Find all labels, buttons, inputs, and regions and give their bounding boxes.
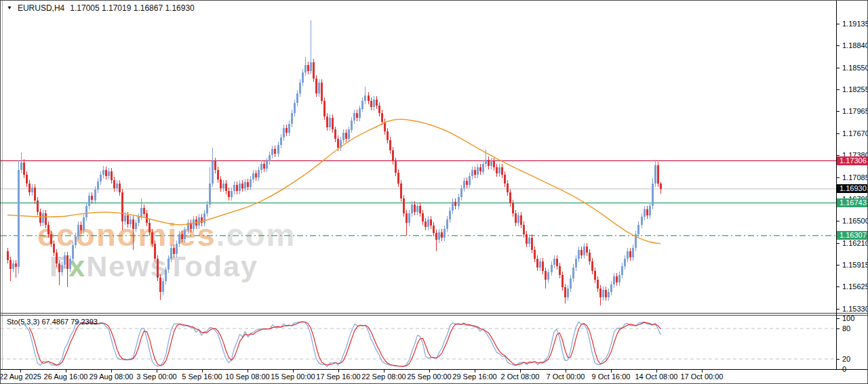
price-tick-label: 1.15330 — [842, 305, 868, 313]
stochastic-main-value: 67.4867 — [41, 318, 68, 326]
current-price-badge: 1.16930 — [837, 184, 868, 193]
stochastic-signal-value: 79.2393 — [71, 318, 98, 326]
time-axis-label: 25 Sep 00:00 — [407, 372, 451, 381]
stoch-scale-tick — [837, 359, 840, 360]
stochastic-level-lines — [1, 328, 836, 359]
time-axis-label: 26 Aug 16:00 — [44, 372, 88, 381]
price-tick-mark — [837, 155, 840, 156]
symbol-dropdown-icon[interactable]: ▼ — [7, 5, 12, 11]
price-tick-label: 1.17965 — [842, 107, 868, 115]
price-tick-mark — [837, 286, 840, 287]
price-tick-label: 1.18840 — [842, 41, 868, 49]
price-tick-label: 1.19135 — [842, 20, 868, 28]
time-axis-label: 14 Oct 08:00 — [635, 372, 678, 381]
stochastic-pane[interactable] — [1, 316, 836, 369]
stoch-scale-label: 100 — [842, 314, 854, 322]
pane-separator[interactable] — [1, 313, 868, 314]
stoch-scale-tick — [837, 318, 840, 319]
price-tick-mark — [837, 111, 840, 112]
price-tick-mark — [837, 68, 840, 68]
time-axis-label: 2 Oct 08:00 — [501, 372, 540, 381]
time-axis-label: 17 Oct 00:00 — [681, 372, 724, 381]
time-axis-label: 7 Oct 00:00 — [547, 372, 585, 381]
main-price-pane[interactable] — [1, 1, 836, 313]
stoch-scale-label: 20 — [842, 355, 850, 363]
level-price-badge: 1.16307 — [837, 231, 868, 240]
price-tick-label: 1.18255 — [842, 85, 868, 93]
pane-separator-inner[interactable] — [1, 315, 868, 316]
time-axis-label: 9 Oct 16:00 — [592, 372, 631, 381]
candles-group — [7, 20, 662, 305]
price-tick-label: 1.17670 — [842, 129, 868, 137]
price-tick-mark — [837, 177, 840, 178]
stoch-scale-label: 80 — [842, 324, 850, 333]
stochastic-label: Sto(5,3,3) 67.4867 79.2393 — [7, 318, 98, 326]
price-tick-mark — [837, 309, 840, 310]
symbol-period-label: EURUSD,H4 — [18, 3, 64, 13]
price-tick-mark — [837, 243, 840, 244]
time-axis-label: 29 Aug 08:00 — [90, 372, 134, 381]
price-tick-label: 1.15625 — [842, 282, 868, 291]
level-price-badge: 1.17306 — [837, 156, 868, 165]
price-tick-mark — [837, 24, 840, 24]
price-tick-mark — [837, 45, 840, 46]
chart-title: ▼ EURUSD,H4 1.17005 1.17019 1.16867 1.16… — [7, 3, 195, 13]
time-axis-label: 29 Sep 16:00 — [452, 372, 496, 381]
time-axis-label: 17 Sep 16:00 — [316, 372, 360, 381]
price-tick-label: 1.15915 — [842, 261, 868, 269]
price-tick-mark — [837, 133, 840, 134]
moving-average-line — [7, 119, 660, 244]
stochastic-name: Sto(5,3,3) — [7, 318, 39, 326]
price-tick-label: 1.16500 — [842, 217, 868, 225]
time-axis[interactable]: 22 Aug 202526 Aug 16:0029 Aug 08:003 Sep… — [1, 370, 836, 384]
price-tick-mark — [837, 89, 840, 90]
time-axis-label: 22 Aug 2025 — [0, 372, 41, 381]
time-axis-label: 22 Sep 08:00 — [361, 372, 406, 381]
horizontal-level-lines — [1, 161, 836, 235]
stoch-scale-tick — [837, 328, 840, 329]
price-tick-label: 1.18550 — [842, 64, 868, 72]
stoch-scale-label: 0 — [842, 365, 846, 373]
time-axis-label: 3 Sep 00:00 — [136, 372, 176, 381]
time-axis-label: 5 Sep 16:00 — [182, 372, 222, 381]
price-tick-label: 1.16210 — [842, 239, 868, 247]
stoch-scale-tick — [837, 369, 840, 370]
price-tick-label: 1.17085 — [842, 173, 868, 182]
price-tick-mark — [837, 221, 840, 221]
ohlc-readout: 1.17005 1.17019 1.16867 1.16930 — [70, 3, 195, 13]
time-axis-label: 10 Sep 08:00 — [225, 372, 269, 381]
level-price-badge: 1.16743 — [837, 198, 868, 207]
time-axis-label: 15 Sep 00:00 — [271, 372, 315, 381]
mt4-chart-window: economies.com FxNewsToday Sto(5,3,3) 67.… — [0, 0, 868, 384]
price-axis[interactable]: 1.191351.188401.185501.182551.179651.176… — [837, 1, 868, 370]
price-tick-mark — [837, 265, 840, 265]
